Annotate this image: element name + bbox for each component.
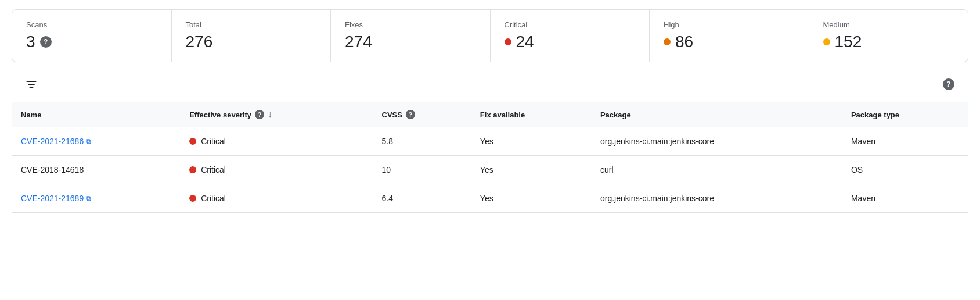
stat-value: 3? xyxy=(26,33,157,51)
package-cell: org.jenkins-ci.main:jenkins-core xyxy=(591,184,842,213)
severity-help-icon[interactable]: ? xyxy=(255,110,264,119)
stat-label: Scans xyxy=(26,20,157,29)
filter-icon xyxy=(26,78,37,90)
sort-icon[interactable]: ↓ xyxy=(268,109,272,120)
medium-dot xyxy=(823,38,830,45)
table-row: CVE-2021-21689⧉Critical6.4Yesorg.jenkins… xyxy=(12,184,968,213)
stat-value: 276 xyxy=(186,33,317,51)
package-type-cell: Maven xyxy=(842,127,968,156)
severity-dot xyxy=(189,138,196,145)
external-link-icon: ⧉ xyxy=(86,194,91,202)
stat-label: High xyxy=(664,20,795,29)
cve-name-cell: CVE-2018-14618 xyxy=(12,156,180,184)
filter-help-icon[interactable]: ? xyxy=(943,78,954,90)
stat-item-scans: Scans3? xyxy=(12,10,172,62)
filter-bar: ? xyxy=(12,72,968,97)
cve-link[interactable]: CVE-2021-21686⧉ xyxy=(21,137,91,146)
severity-dot xyxy=(189,195,196,202)
stats-bar: Scans3?Total276Fixes274Critical24High86M… xyxy=(12,9,968,62)
external-link-icon: ⧉ xyxy=(86,137,91,145)
vulnerabilities-table: NameEffective severity?↓CVSS?Fix availab… xyxy=(12,102,968,213)
col-name: Name xyxy=(12,102,180,127)
stat-item-critical: Critical24 xyxy=(491,10,650,62)
stat-item-high: High86 xyxy=(650,10,809,62)
cvss-cell: 5.8 xyxy=(373,127,471,156)
cve-link[interactable]: CVE-2021-21689⧉ xyxy=(21,194,91,203)
severity-cell: Critical xyxy=(180,127,372,156)
stat-label: Medium xyxy=(823,20,954,29)
cve-name-cell: CVE-2021-21686⧉ xyxy=(12,127,180,156)
critical-dot xyxy=(505,38,511,45)
col-severity[interactable]: Effective severity?↓ xyxy=(180,102,372,127)
severity-cell: Critical xyxy=(180,156,372,184)
col-package: Package xyxy=(591,102,842,127)
stat-value: 274 xyxy=(345,33,476,51)
table-body: CVE-2021-21686⧉Critical5.8Yesorg.jenkins… xyxy=(12,127,968,213)
package-type-cell: Maven xyxy=(842,184,968,213)
fix-cell: Yes xyxy=(471,184,591,213)
stat-label: Fixes xyxy=(345,20,476,29)
col-cvss: CVSS? xyxy=(373,102,471,127)
stat-item-medium: Medium152 xyxy=(809,10,968,62)
table-row: CVE-2021-21686⧉Critical5.8Yesorg.jenkins… xyxy=(12,127,968,156)
fix-cell: Yes xyxy=(471,156,591,184)
stat-label: Critical xyxy=(505,20,636,29)
fix-cell: Yes xyxy=(471,127,591,156)
package-type-cell: OS xyxy=(842,156,968,184)
stat-value: 86 xyxy=(664,33,795,51)
table-row: CVE-2018-14618Critical10YescurlOS xyxy=(12,156,968,184)
stat-label: Total xyxy=(186,20,317,29)
cvss-cell: 6.4 xyxy=(373,184,471,213)
col-fix: Fix available xyxy=(471,102,591,127)
stat-item-fixes: Fixes274 xyxy=(331,10,491,62)
cvss-help-icon[interactable]: ? xyxy=(406,110,415,119)
package-cell: curl xyxy=(591,156,842,184)
cvss-cell: 10 xyxy=(373,156,471,184)
stat-item-total: Total276 xyxy=(172,10,332,62)
table-container: NameEffective severity?↓CVSS?Fix availab… xyxy=(12,102,968,213)
col-package_type: Package type xyxy=(842,102,968,127)
scans-help-icon[interactable]: ? xyxy=(40,36,52,48)
table-header-row: NameEffective severity?↓CVSS?Fix availab… xyxy=(12,102,968,127)
stat-value: 152 xyxy=(823,33,954,51)
cve-name-cell: CVE-2021-21689⧉ xyxy=(12,184,180,213)
package-cell: org.jenkins-ci.main:jenkins-core xyxy=(591,127,842,156)
high-dot xyxy=(664,38,671,45)
stat-value: 24 xyxy=(505,33,636,51)
severity-cell: Critical xyxy=(180,184,372,213)
severity-dot xyxy=(189,166,196,173)
